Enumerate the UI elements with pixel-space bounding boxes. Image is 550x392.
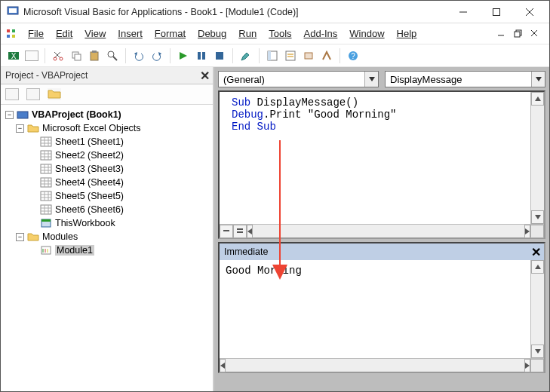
scroll-down-icon[interactable] bbox=[531, 345, 544, 358]
svg-rect-22 bbox=[75, 54, 81, 60]
tree-thisworkbook[interactable]: ThisWorkbook bbox=[55, 218, 115, 228]
menu-window[interactable]: Window bbox=[343, 26, 390, 41]
help-icon[interactable]: ? bbox=[346, 49, 360, 63]
menu-addins[interactable]: Add-Ins bbox=[298, 26, 344, 41]
worksheet-icon bbox=[40, 177, 52, 188]
menu-help[interactable]: Help bbox=[391, 26, 423, 41]
view-dropdown[interactable] bbox=[25, 51, 38, 61]
svg-rect-23 bbox=[91, 52, 98, 60]
break-icon[interactable] bbox=[195, 49, 208, 63]
view-code-button[interactable] bbox=[5, 88, 19, 100]
project-explorer-title: Project - VBAProject ✕ bbox=[1, 67, 213, 84]
worksheet-icon bbox=[40, 204, 52, 215]
svg-rect-6 bbox=[7, 29, 10, 32]
run-icon[interactable] bbox=[177, 49, 190, 63]
scroll-left-icon[interactable] bbox=[247, 225, 253, 238]
scroll-down-icon[interactable] bbox=[531, 210, 544, 224]
svg-rect-39 bbox=[41, 137, 51, 146]
scroll-up-icon[interactable] bbox=[531, 92, 544, 106]
svg-rect-75 bbox=[223, 230, 229, 231]
object-browser-icon[interactable] bbox=[302, 49, 315, 63]
copy-icon[interactable] bbox=[69, 49, 83, 63]
collapse-icon[interactable]: − bbox=[5, 111, 14, 119]
project-explorer-panel: Project - VBAProject ✕ − VBAProject (Boo… bbox=[1, 67, 214, 391]
menu-run[interactable]: Run bbox=[232, 26, 263, 41]
menu-edit[interactable]: Edit bbox=[50, 26, 78, 41]
menu-tools[interactable]: Tools bbox=[263, 26, 297, 41]
svg-rect-29 bbox=[216, 52, 223, 60]
menu-debug[interactable]: Debug bbox=[192, 26, 232, 41]
svg-text:?: ? bbox=[351, 52, 355, 60]
svg-point-20 bbox=[60, 57, 63, 60]
toolbox-icon[interactable] bbox=[320, 49, 333, 63]
immediate-output[interactable]: Good Morning bbox=[220, 260, 530, 358]
redo-icon[interactable] bbox=[150, 49, 164, 63]
collapse-icon[interactable]: − bbox=[16, 233, 24, 241]
svg-rect-32 bbox=[286, 51, 295, 60]
tree-sheet[interactable]: Sheet2 (Sheet2) bbox=[55, 150, 124, 161]
immediate-vertical-scrollbar[interactable] bbox=[530, 260, 544, 358]
toggle-folders-button[interactable] bbox=[48, 88, 61, 100]
svg-rect-35 bbox=[305, 53, 312, 59]
collapse-icon[interactable]: − bbox=[16, 124, 24, 133]
tree-excel-objects[interactable]: Microsoft Excel Objects bbox=[42, 123, 141, 133]
procedure-view-button[interactable] bbox=[220, 225, 233, 238]
paste-icon[interactable] bbox=[88, 49, 101, 63]
minimize-button[interactable] bbox=[447, 2, 480, 23]
maximize-button[interactable] bbox=[480, 2, 513, 23]
immediate-close-button[interactable]: ✕ bbox=[527, 243, 544, 260]
svg-rect-8 bbox=[7, 35, 10, 38]
svg-rect-7 bbox=[12, 29, 15, 32]
svg-point-25 bbox=[108, 51, 114, 57]
immediate-horizontal-scrollbar[interactable] bbox=[226, 359, 524, 372]
worksheet-icon bbox=[40, 150, 52, 161]
menu-view[interactable]: View bbox=[78, 26, 112, 41]
reset-icon[interactable] bbox=[213, 49, 226, 63]
menu-file[interactable]: File bbox=[22, 26, 50, 41]
project-explorer-icon[interactable] bbox=[266, 49, 279, 63]
tree-module1[interactable]: Module1 bbox=[55, 245, 94, 256]
scroll-right-icon[interactable] bbox=[524, 225, 530, 238]
view-object-button[interactable] bbox=[26, 88, 40, 100]
tree-sheet[interactable]: Sheet4 (Sheet4) bbox=[55, 177, 124, 188]
svg-rect-28 bbox=[202, 52, 205, 60]
project-explorer-close-button[interactable]: ✕ bbox=[196, 67, 213, 84]
svg-rect-9 bbox=[12, 35, 15, 38]
svg-rect-59 bbox=[41, 191, 51, 201]
mdi-close-button[interactable] bbox=[530, 29, 540, 39]
svg-rect-3 bbox=[493, 8, 500, 15]
procedure-dropdown[interactable]: DisplayMessage bbox=[385, 71, 545, 87]
project-explorer-toolbar bbox=[1, 84, 213, 105]
full-module-view-button[interactable] bbox=[233, 225, 247, 238]
design-mode-icon[interactable] bbox=[239, 49, 253, 63]
tree-sheet[interactable]: Sheet5 (Sheet5) bbox=[55, 191, 124, 201]
object-dropdown[interactable]: (General) bbox=[218, 71, 379, 87]
close-button[interactable] bbox=[513, 2, 546, 23]
mdi-minimize-button[interactable] bbox=[496, 29, 507, 39]
code-body[interactable]: Sub DisplayMessage() Debug.Print "Good M… bbox=[220, 92, 530, 224]
menu-insert[interactable]: Insert bbox=[112, 26, 149, 41]
svg-rect-12 bbox=[515, 32, 520, 37]
scroll-left-icon[interactable] bbox=[220, 359, 226, 372]
toolbar: X ? bbox=[1, 44, 549, 67]
tree-modules[interactable]: Modules bbox=[42, 231, 78, 242]
project-tree[interactable]: − VBAProject (Book1) − Microsoft Excel O… bbox=[1, 105, 213, 391]
tree-sheet[interactable]: Sheet6 (Sheet6) bbox=[55, 204, 124, 215]
properties-icon[interactable] bbox=[284, 49, 297, 63]
code-editor[interactable]: Sub DisplayMessage() Debug.Print "Good M… bbox=[218, 90, 545, 239]
scroll-right-icon[interactable] bbox=[524, 359, 530, 372]
code-horizontal-scrollbar[interactable] bbox=[253, 225, 524, 237]
tree-sheet[interactable]: Sheet3 (Sheet3) bbox=[55, 164, 124, 174]
svg-rect-64 bbox=[41, 205, 51, 214]
mdi-restore-button[interactable] bbox=[513, 29, 524, 39]
tree-root[interactable]: VBAProject (Book1) bbox=[32, 109, 121, 120]
code-vertical-scrollbar[interactable] bbox=[530, 92, 544, 224]
undo-icon[interactable] bbox=[132, 49, 146, 63]
svg-rect-38 bbox=[17, 112, 28, 118]
menu-format[interactable]: Format bbox=[149, 26, 192, 41]
excel-icon[interactable]: X bbox=[7, 49, 20, 63]
tree-sheet[interactable]: Sheet1 (Sheet1) bbox=[55, 136, 124, 147]
cut-icon[interactable] bbox=[51, 49, 65, 63]
scroll-up-icon[interactable] bbox=[531, 260, 544, 274]
find-icon[interactable] bbox=[106, 49, 119, 63]
